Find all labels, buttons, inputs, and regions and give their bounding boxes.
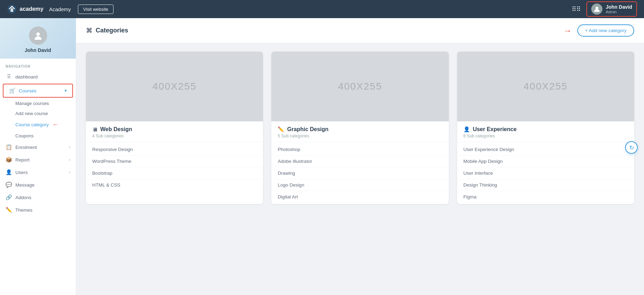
card-title: ✏️ Graphic Design <box>278 126 442 133</box>
sidebar: John David NAVIGATION ⠿ dashboard 🛒 Cour… <box>0 18 76 295</box>
academy-label: Academy <box>49 6 71 12</box>
graphic-design-icon: ✏️ <box>278 126 284 133</box>
app-logo: academy <box>7 4 44 14</box>
report-icon: 📦 <box>6 157 12 163</box>
sidebar-subitem-course-category[interactable]: Course category ← <box>0 119 76 131</box>
subcategory-item[interactable]: User Interface <box>457 167 634 179</box>
user-name: John David <box>606 4 632 10</box>
subcategory-item[interactable]: Bootstrap <box>86 167 263 179</box>
category-card-user-experience: 400X255 👤 User Experience 6 Sub categori… <box>457 52 634 204</box>
sidebar-username: John David <box>25 47 51 53</box>
card-title-text: Graphic Design <box>287 126 328 133</box>
card-title: 🖥 Web Design <box>92 126 257 133</box>
sidebar-item-addons[interactable]: 🔗 Addons <box>0 191 76 204</box>
chevron-right-icon: › <box>69 145 70 150</box>
sidebar-item-label: Users <box>15 170 65 175</box>
courses-submenu: Manage courses Add new course Course cat… <box>0 98 76 141</box>
svg-point-1 <box>595 7 598 9</box>
subcategory-item[interactable]: Figma <box>457 191 634 203</box>
svg-point-2 <box>36 32 40 36</box>
dashboard-icon: ⠿ <box>6 74 12 80</box>
sidebar-item-themes[interactable]: ✏️ Themes <box>0 204 76 216</box>
subcategory-item[interactable]: Adobe Illustrator <box>271 156 448 167</box>
refresh-icon: ↻ <box>629 144 634 151</box>
main-content: ⌘ Categories → + Add new category 400X25… <box>76 18 644 295</box>
page-header: ⌘ Categories → + Add new category <box>76 18 644 43</box>
sidebar-item-label: Themes <box>15 207 70 213</box>
subitem-label: Course category <box>15 122 49 127</box>
sidebar-item-label: Courses <box>19 88 61 93</box>
subcategory-item[interactable]: User Experience Design <box>457 144 634 156</box>
top-navigation: academy Academy Visit website ⠿⠿ John Da… <box>0 0 644 18</box>
enrolment-icon: 📋 <box>6 144 12 150</box>
sidebar-item-dashboard[interactable]: ⠿ dashboard <box>0 70 76 83</box>
subcategory-item[interactable]: WordPress Theme <box>86 156 263 167</box>
sidebar-item-message[interactable]: 💬 Message <box>0 179 76 191</box>
grid-icon[interactable]: ⠿⠿ <box>572 5 581 13</box>
users-icon: 👤 <box>6 169 12 175</box>
card-subtitle: 4 Sub categories <box>92 134 257 138</box>
sidebar-item-label: Report <box>15 157 65 162</box>
image-placeholder: 400X255 <box>338 81 382 92</box>
ux-icon: 👤 <box>463 126 470 133</box>
nav-section: NAVIGATION <box>0 59 76 70</box>
left-arrow-icon: ← <box>52 121 58 128</box>
subcategory-item[interactable]: Drawing <box>271 167 448 179</box>
card-title: 👤 User Experience <box>463 126 628 133</box>
themes-icon: ✏️ <box>6 207 12 213</box>
subcategory-item[interactable]: HTML & CSS <box>86 179 263 191</box>
right-arrow-icon: → <box>563 26 572 36</box>
card-subcategory-list: Photoshop Adobe Illustrator Drawing Logo… <box>271 142 448 204</box>
sidebar-profile: John David <box>0 18 76 59</box>
subitem-label: Add new course <box>15 111 48 116</box>
sidebar-subitem-manage-courses[interactable]: Manage courses <box>0 98 76 108</box>
sidebar-item-label: dashboard <box>15 74 70 80</box>
sidebar-item-label: Addons <box>15 195 70 200</box>
card-subtitle: 6 Sub categories <box>463 134 628 138</box>
card-header-user-experience: 👤 User Experience 6 Sub categories <box>457 121 634 142</box>
add-category-button[interactable]: + Add new category <box>577 24 634 37</box>
card-image-graphic-design: 400X255 <box>271 52 448 121</box>
chevron-right-icon: › <box>69 170 70 175</box>
add-category-area: → + Add new category <box>563 24 634 37</box>
sidebar-item-enrolment[interactable]: 📋 Enrolment › <box>0 141 76 153</box>
category-grid: 400X255 🖥 Web Design 4 Sub categories Re… <box>76 43 644 212</box>
sidebar-item-report[interactable]: 📦 Report › <box>0 153 76 166</box>
subcategory-item[interactable]: Logo Design <box>271 179 448 191</box>
courses-icon: 🛒 <box>9 88 15 94</box>
nav-section-label: NAVIGATION <box>6 65 30 68</box>
avatar <box>591 3 602 15</box>
subcategory-item[interactable]: Design Thinking <box>457 179 634 191</box>
floating-refresh-button[interactable]: ↻ <box>625 141 638 154</box>
message-icon: 💬 <box>6 182 12 188</box>
card-subtitle: 5 Sub categories <box>278 134 442 138</box>
subcategory-item[interactable]: Responsive Design <box>86 144 263 156</box>
chevron-down-icon: ▾ <box>65 88 67 93</box>
card-header-graphic-design: ✏️ Graphic Design 5 Sub categories <box>271 121 448 142</box>
subitem-label: Manage courses <box>15 101 49 106</box>
subcategory-item[interactable]: Digital Art <box>271 191 448 203</box>
sidebar-subitem-coupons[interactable]: Coupons <box>0 131 76 141</box>
sidebar-item-courses[interactable]: 🛒 Courses ▾ <box>3 84 72 97</box>
sidebar-item-label: Message <box>15 182 70 188</box>
card-image-user-experience: 400X255 <box>457 52 634 121</box>
addons-icon: 🔗 <box>6 194 12 201</box>
category-card-graphic-design: 400X255 ✏️ Graphic Design 5 Sub categori… <box>271 52 448 204</box>
web-design-icon: 🖥 <box>92 127 97 133</box>
sidebar-avatar <box>29 27 47 45</box>
card-title-text: Web Design <box>100 126 132 133</box>
sidebar-subitem-add-new-course[interactable]: Add new course <box>0 108 76 119</box>
logo-icon <box>7 4 17 14</box>
page-title-text: Categories <box>96 27 128 34</box>
subcategory-item[interactable]: Mobile App Design <box>457 156 634 167</box>
sidebar-item-users[interactable]: 👤 Users › <box>0 166 76 179</box>
card-image-web-design: 400X255 <box>86 52 263 121</box>
page-title: ⌘ Categories <box>86 27 128 35</box>
card-subcategory-list: User Experience Design Mobile App Design… <box>457 142 634 204</box>
subcategory-item[interactable]: Photoshop <box>271 144 448 156</box>
user-profile-button[interactable]: John David Admin <box>586 1 637 17</box>
image-placeholder: 400X255 <box>524 81 568 92</box>
subitem-label: Coupons <box>15 133 34 138</box>
visit-website-button[interactable]: Visit website <box>78 5 114 14</box>
image-placeholder: 400X255 <box>153 81 197 92</box>
